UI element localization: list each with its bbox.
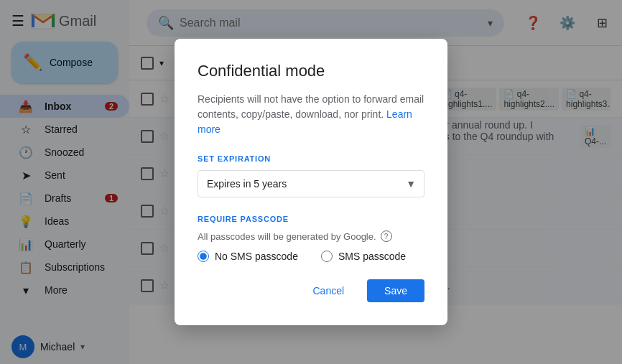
modal-description: Recipients will not have the option to f… — [198, 92, 424, 137]
set-expiration-label: SET EXPIRATION — [198, 154, 424, 163]
confidential-mode-modal: Confidential mode Recipients will not ha… — [175, 39, 447, 325]
passcode-help-icon[interactable]: ? — [381, 230, 392, 242]
sms-label: SMS passcode — [338, 251, 406, 262]
sms-passcode-option[interactable]: SMS passcode — [321, 251, 406, 262]
save-button[interactable]: Save — [367, 279, 424, 302]
no-sms-label: No SMS passcode — [215, 251, 298, 262]
require-passcode-label: REQUIRE PASSCODE — [198, 215, 424, 223]
expiry-select-wrapper: Expires in 5 years Expires in 1 year Exp… — [198, 170, 424, 197]
cancel-button[interactable]: Cancel — [295, 279, 361, 302]
passcode-section: REQUIRE PASSCODE All passcodes will be g… — [198, 215, 424, 262]
sms-radio[interactable] — [321, 251, 333, 262]
modal-title: Confidential mode — [198, 62, 424, 80]
modal-overlay: Confidential mode Recipients will not ha… — [0, 0, 622, 364]
passcode-description: All passcodes will be generated by Googl… — [198, 230, 424, 242]
modal-actions: Cancel Save — [198, 279, 424, 302]
no-sms-passcode-option[interactable]: No SMS passcode — [198, 251, 298, 262]
expiry-select[interactable]: Expires in 5 years Expires in 1 year Exp… — [198, 170, 424, 197]
no-sms-radio[interactable] — [198, 251, 209, 262]
passcode-radio-group: No SMS passcode SMS passcode — [198, 251, 424, 262]
